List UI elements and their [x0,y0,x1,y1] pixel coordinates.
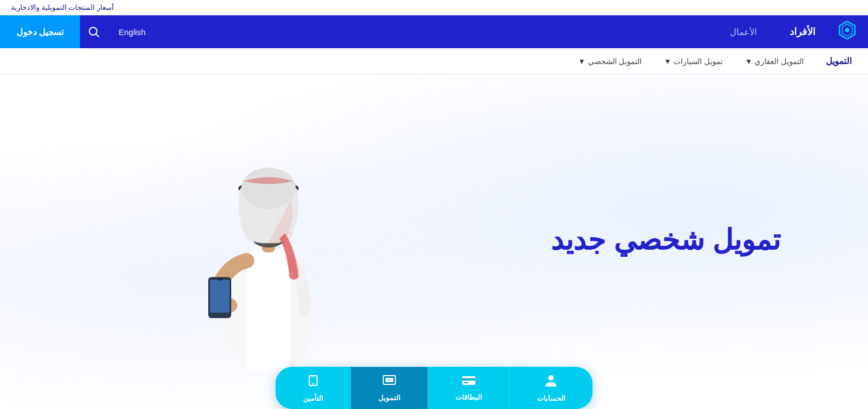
insurance-icon [306,373,320,391]
bottom-tab-bar: الحسابات البطاقات التمويل [276,367,593,409]
cards-icon [461,375,476,390]
search-button[interactable] [80,15,107,48]
svg-rect-20 [218,278,223,280]
secondary-nav-title: التمويل [826,56,852,66]
nav-item-real-estate[interactable]: التمويل العقاري ▼ [745,57,804,66]
person-illustration [175,107,362,370]
svg-rect-6 [247,250,290,370]
svg-rect-27 [387,379,388,381]
secondary-nav: التمويل التمويل العقاري ▼ تمويل السيارات… [0,48,868,74]
tab-cards[interactable]: البطاقات [428,367,510,409]
chevron-down-icon-personal: ▼ [578,57,586,66]
tab-insurance[interactable]: التأمين [276,367,351,409]
english-button[interactable]: English [107,15,156,48]
svg-line-4 [96,34,99,37]
svg-point-29 [312,383,314,385]
tab-insurance-label: التأمين [303,394,323,402]
login-button[interactable]: تسجيل دخول [0,15,80,48]
tab-accounts-label: الحسابات [537,394,566,402]
main-nav: الأفراد الأعمال English تسجيل دخول [0,15,868,48]
page-content: تمويل شخصي جديد [0,74,868,409]
financing-icon [382,374,396,390]
nav-right: الأفراد الأعمال [708,15,868,48]
tab-cards-label: البطاقات [455,393,482,401]
hero-title: تمويل شخصي جديد [551,222,780,259]
nav-item-cars[interactable]: تمويل السيارات ▼ [664,57,723,66]
chevron-down-icon-real-estate: ▼ [745,57,752,66]
accounts-icon [544,373,558,391]
svg-point-2 [845,28,849,32]
svg-rect-28 [389,379,390,381]
nav-business-link[interactable]: الأعمال [719,15,768,48]
tab-financing-label: التمويل [378,394,401,402]
svg-point-21 [549,375,554,381]
logo-icon [837,20,857,44]
hero-text-block: تمويل شخصي جديد [551,222,780,259]
svg-rect-23 [462,378,475,381]
svg-rect-24 [464,382,468,383]
tab-financing[interactable]: التمويل [351,367,428,409]
nav-item-personal-label: التمويل الشخصي [588,57,642,66]
nav-item-cars-label: تمويل السيارات [673,57,723,66]
svg-rect-30 [311,377,315,377]
top-info-bar: أسعار المنتجات التمويلية والادخارية [0,0,868,15]
tab-accounts[interactable]: الحسابات [510,367,593,409]
svg-rect-19 [210,280,230,313]
top-bar-label: أسعار المنتجات التمويلية والادخارية [11,3,114,11]
nav-individuals-link[interactable]: الأفراد [779,15,826,48]
nav-item-real-estate-label: التمويل العقاري [755,57,804,66]
nav-left: English تسجيل دخول [0,15,157,48]
chevron-down-icon-cars: ▼ [664,57,672,66]
nav-item-personal[interactable]: التمويل الشخصي ▼ [578,57,642,66]
svg-point-16 [241,168,296,209]
